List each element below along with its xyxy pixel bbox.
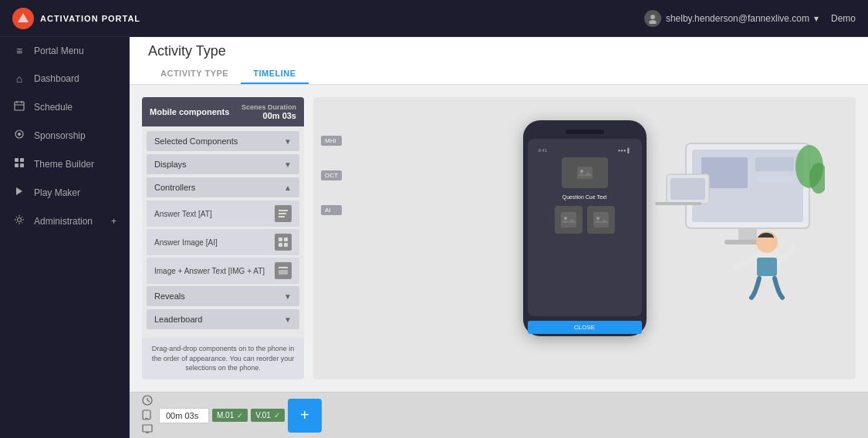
content-area: Activity Type ACTIVITY TYPE TIMELINE Mob… bbox=[130, 37, 868, 438]
sidebar-item-theme-builder[interactable]: Theme Builder bbox=[0, 150, 129, 178]
demo-label: Demo bbox=[831, 13, 856, 24]
sidebar-item-portal-menu[interactable]: ≡ Portal Menu bbox=[0, 37, 129, 65]
comp-label: Image + Answer Text [IMG + AT] bbox=[154, 267, 265, 275]
svg-point-8 bbox=[18, 133, 21, 136]
panel-header: Mobile components Scenes Duration 00m 03… bbox=[142, 97, 304, 126]
svg-rect-21 bbox=[284, 243, 288, 247]
svg-rect-28 bbox=[593, 212, 609, 227]
label-ai: AI bbox=[321, 205, 342, 215]
svg-rect-3 bbox=[15, 102, 24, 110]
svg-point-27 bbox=[564, 217, 567, 220]
check-icon-v: ✓ bbox=[274, 411, 280, 419]
svg-point-14 bbox=[18, 218, 22, 222]
sidebar-item-label: Play Maker bbox=[34, 187, 80, 198]
component-image-answer-text[interactable]: Image + Answer Text [IMG + AT] bbox=[147, 258, 299, 284]
footer-text: Drag-and-drop components on to the phone… bbox=[152, 345, 295, 372]
svg-rect-42 bbox=[757, 258, 777, 276]
check-icon-m: ✓ bbox=[237, 411, 243, 419]
phone-question-text: Question Cue Text bbox=[562, 194, 606, 200]
svg-rect-16 bbox=[279, 213, 286, 214]
section-reveals[interactable]: Reveals ▼ bbox=[147, 286, 299, 306]
page-title: Activity Type bbox=[148, 43, 849, 59]
svg-rect-39 bbox=[655, 202, 701, 205]
sidebar-item-administration[interactable]: Administration + bbox=[0, 207, 129, 235]
image-text-icon bbox=[275, 262, 292, 279]
label-oct: OCT bbox=[321, 170, 342, 180]
tabs: ACTIVITY TYPE TIMELINE bbox=[148, 64, 849, 84]
svg-rect-23 bbox=[279, 270, 288, 275]
sidebar: ≡ Portal Menu ⌂ Dashboard Schedule Spons… bbox=[0, 37, 130, 438]
component-answer-text[interactable]: Answer Text [AT] bbox=[147, 200, 299, 227]
topbar-right: shelby.henderson@fannexlive.com ▾ Demo bbox=[644, 10, 856, 27]
svg-rect-11 bbox=[15, 163, 19, 167]
sidebar-item-label: Dashboard bbox=[34, 73, 79, 84]
phone-close-button[interactable]: CLOSE bbox=[528, 321, 642, 334]
svg-rect-19 bbox=[284, 238, 288, 241]
sidebar-item-label: Schedule bbox=[34, 102, 73, 113]
section-controllers[interactable]: Controllers ▲ bbox=[147, 177, 299, 197]
scenes-label: Scenes Duration bbox=[241, 103, 296, 111]
clock-icon bbox=[142, 395, 153, 408]
svg-rect-12 bbox=[20, 163, 24, 167]
logo: ACTIVATION PORTAL bbox=[12, 8, 140, 29]
section-displays[interactable]: Displays ▼ bbox=[147, 154, 299, 174]
panel-header-right: Scenes Duration 00m 03s bbox=[241, 103, 296, 120]
svg-rect-26 bbox=[561, 212, 576, 227]
chevron-down-icon: ▼ bbox=[284, 160, 292, 169]
tab-activity-type[interactable]: ACTIVITY TYPE bbox=[148, 64, 241, 84]
phone-labels: MHI OCT AI bbox=[321, 136, 342, 215]
menu-icon: ≡ bbox=[12, 45, 26, 57]
section-label: Controllers bbox=[154, 183, 195, 192]
phone-image-placeholder bbox=[562, 157, 608, 188]
illustration-area bbox=[624, 113, 825, 313]
chevron-down-icon: ▼ bbox=[284, 315, 292, 324]
phone-notch bbox=[566, 130, 604, 134]
user-dropdown-icon[interactable]: ▾ bbox=[814, 13, 819, 24]
sidebar-item-label: Theme Builder bbox=[34, 159, 94, 170]
timeline-add-button[interactable]: + bbox=[288, 399, 322, 433]
text-icon bbox=[275, 205, 292, 222]
chevron-up-icon: ▲ bbox=[284, 184, 292, 192]
phone-area: MHI OCT AI 9:41 ●●● ▌ bbox=[313, 97, 856, 379]
topbar: ACTIVATION PORTAL shelby.henderson@fanne… bbox=[0, 0, 868, 37]
illustration-svg bbox=[624, 113, 825, 313]
svg-rect-17 bbox=[279, 216, 285, 217]
dashboard-icon: ⌂ bbox=[12, 72, 26, 85]
tab-timeline[interactable]: TIMELINE bbox=[241, 64, 308, 84]
section-leaderboard[interactable]: Leaderboard ▼ bbox=[147, 309, 299, 329]
badge-v-label: V.01 bbox=[255, 411, 271, 419]
phone-options bbox=[555, 206, 615, 234]
sidebar-item-sponsorship[interactable]: Sponsorship bbox=[0, 121, 129, 150]
user-info[interactable]: shelby.henderson@fannexlive.com ▾ bbox=[644, 10, 819, 27]
section-label: Reveals bbox=[154, 291, 185, 301]
page-header: Activity Type ACTIVITY TYPE TIMELINE bbox=[130, 37, 868, 85]
add-icon[interactable]: + bbox=[111, 216, 117, 227]
panel-title: Mobile components bbox=[150, 107, 229, 116]
schedule-icon bbox=[12, 100, 26, 113]
svg-line-47 bbox=[147, 400, 150, 402]
svg-marker-0 bbox=[18, 13, 29, 22]
section-selected-components[interactable]: Selected Components ▼ bbox=[147, 131, 299, 151]
screen-icon bbox=[142, 424, 153, 436]
chevron-down-icon: ▼ bbox=[284, 292, 292, 301]
svg-point-1 bbox=[650, 15, 655, 19]
svg-marker-13 bbox=[16, 187, 22, 195]
theme-builder-icon bbox=[12, 157, 26, 170]
scenes-value: 00m 03s bbox=[241, 111, 296, 120]
left-panel: Mobile components Scenes Duration 00m 03… bbox=[142, 97, 304, 379]
sidebar-item-label: Portal Menu bbox=[34, 45, 84, 56]
section-label: Displays bbox=[154, 160, 187, 169]
svg-rect-15 bbox=[279, 210, 288, 211]
timeline-bar: 00m 03s M.01 ✓ V.01 ✓ + bbox=[130, 392, 868, 438]
svg-point-2 bbox=[649, 20, 657, 24]
component-answer-image[interactable]: Answer Image [AI] bbox=[147, 229, 299, 255]
timeline-time[interactable]: 00m 03s bbox=[159, 408, 209, 423]
badge-m-label: M.01 bbox=[217, 411, 234, 419]
sidebar-item-dashboard[interactable]: ⌂ Dashboard bbox=[0, 65, 129, 93]
sidebar-item-schedule[interactable]: Schedule bbox=[0, 93, 129, 121]
sidebar-item-play-maker[interactable]: Play Maker bbox=[0, 178, 129, 207]
svg-rect-9 bbox=[15, 158, 19, 162]
svg-rect-20 bbox=[279, 243, 282, 247]
svg-rect-24 bbox=[577, 167, 593, 179]
svg-rect-18 bbox=[279, 238, 282, 241]
